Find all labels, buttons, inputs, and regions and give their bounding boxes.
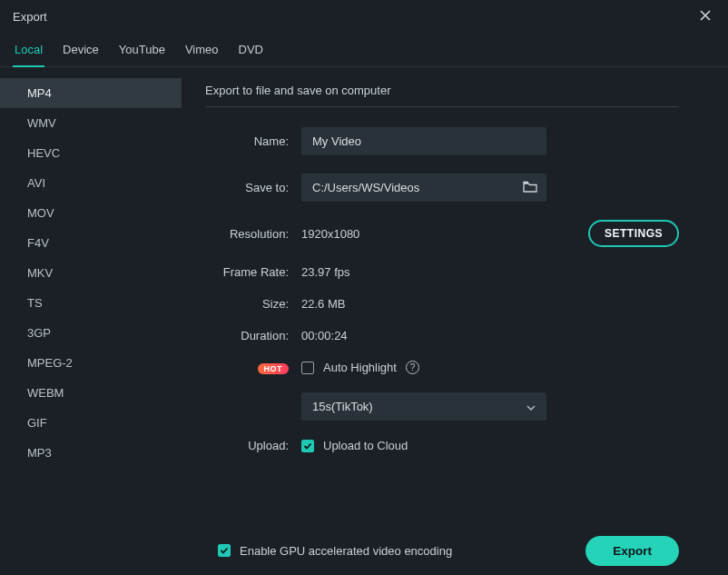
format-mkv[interactable]: MKV: [0, 258, 182, 288]
format-mpeg2[interactable]: MPEG-2: [0, 348, 182, 378]
value-size: 22.6 MB: [301, 297, 345, 311]
auto-highlight-label: Auto Highlight: [323, 361, 397, 374]
highlight-preset-value: 15s(TikTok): [312, 400, 373, 413]
main-panel: Export to file and save on computer Name…: [182, 67, 728, 530]
settings-button[interactable]: SETTINGS: [588, 220, 679, 247]
format-wmv[interactable]: WMV: [0, 108, 182, 138]
save-to-input[interactable]: [301, 173, 546, 202]
highlight-preset-select[interactable]: 15s(TikTok): [301, 392, 546, 421]
format-avi[interactable]: AVI: [0, 168, 182, 198]
section-title: Export to file and save on computer: [205, 84, 679, 107]
label-duration: Duration:: [205, 329, 301, 342]
tab-device[interactable]: Device: [61, 37, 101, 66]
export-button[interactable]: Export: [585, 536, 679, 566]
upload-cloud-checkbox[interactable]: [301, 440, 314, 452]
tab-youtube[interactable]: YouTube: [117, 37, 167, 66]
value-duration: 00:00:24: [301, 329, 348, 342]
format-gif[interactable]: GIF: [0, 408, 182, 438]
format-mp3[interactable]: MP3: [0, 438, 182, 468]
titlebar: Export: [0, 0, 728, 32]
close-icon[interactable]: [695, 7, 715, 26]
label-resolution: Resolution:: [205, 227, 301, 241]
label-frame-rate: Frame Rate:: [205, 265, 301, 279]
upload-cloud-label: Upload to Cloud: [323, 439, 408, 452]
label-save-to: Save to:: [205, 181, 301, 194]
help-icon[interactable]: ?: [406, 361, 419, 374]
format-ts[interactable]: TS: [0, 288, 182, 318]
footer: Enable GPU accelerated video encoding Ex…: [0, 526, 728, 575]
tab-vimeo[interactable]: Vimeo: [183, 37, 221, 66]
tab-local[interactable]: Local: [13, 37, 44, 67]
auto-highlight-checkbox[interactable]: [301, 362, 314, 374]
label-name: Name:: [205, 134, 301, 148]
folder-icon[interactable]: [523, 181, 537, 195]
format-webm[interactable]: WEBM: [0, 378, 182, 408]
label-size: Size:: [205, 297, 301, 311]
chevron-down-icon: [526, 402, 536, 412]
value-resolution: 1920x1080: [301, 227, 359, 241]
format-3gp[interactable]: 3GP: [0, 318, 182, 348]
window-title: Export: [13, 10, 47, 24]
tab-dvd[interactable]: DVD: [237, 37, 265, 66]
format-mp4[interactable]: MP4: [0, 78, 182, 108]
format-sidebar: MP4 WMV HEVC AVI MOV F4V MKV TS 3GP MPEG…: [0, 67, 182, 530]
gpu-checkbox[interactable]: [218, 544, 231, 557]
format-f4v[interactable]: F4V: [0, 228, 182, 258]
format-mov[interactable]: MOV: [0, 198, 182, 228]
tabs: Local Device YouTube Vimeo DVD: [0, 32, 728, 67]
label-upload: Upload:: [205, 439, 301, 452]
format-hevc[interactable]: HEVC: [0, 138, 182, 168]
value-frame-rate: 23.97 fps: [301, 265, 350, 279]
hot-badge: HOT: [258, 363, 290, 374]
gpu-label: Enable GPU accelerated video encoding: [240, 544, 452, 558]
name-input[interactable]: [301, 127, 546, 155]
